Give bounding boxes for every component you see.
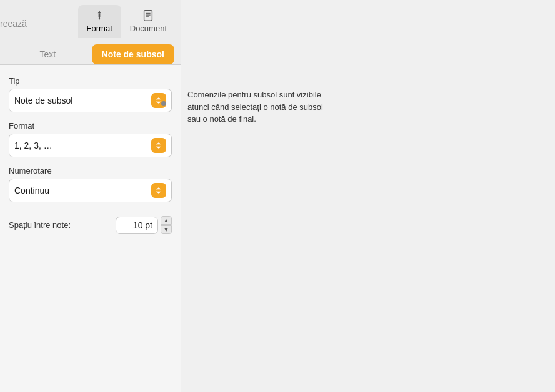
panel: reează Format <box>0 0 181 392</box>
toolbar-top: Format Document <box>0 5 181 38</box>
callout: Comenzile pentru subsol sunt vizibile at… <box>188 89 350 125</box>
content: Tip Note de subsol Format 1, 2, 3, … <box>0 65 181 392</box>
numerotare-label: Numerotare <box>9 166 172 175</box>
format-label: Format <box>9 121 172 130</box>
format-value: 1, 2, 3, … <box>14 140 52 150</box>
svg-rect-1 <box>144 11 152 21</box>
tip-select[interactable]: Note de subsol <box>9 89 172 112</box>
document-toolbar-label: Document <box>130 24 167 33</box>
callout-text: Comenzile pentru subsol sunt vizibile at… <box>188 89 338 125</box>
spacing-label: Spațiu între note: <box>9 220 71 230</box>
spacing-input-wrap: ▲ ▼ <box>116 216 172 234</box>
numerotare-stepper[interactable] <box>151 183 166 198</box>
format-stepper-icon <box>154 141 163 150</box>
format-toolbar-button[interactable]: Format <box>78 5 121 38</box>
callout-line <box>162 104 191 104</box>
svg-rect-0 <box>99 13 101 17</box>
spacing-stepper: ▲ ▼ <box>161 216 172 234</box>
document-icon <box>141 9 155 22</box>
tip-value: Note de subsol <box>14 96 72 105</box>
numerotare-select[interactable]: Continuu <box>9 179 172 202</box>
toolbar: Format Document Text Note de subsol <box>0 0 181 65</box>
numerotare-stepper-icon <box>154 186 163 195</box>
format-icon <box>92 9 106 22</box>
numerotare-field-group: Numerotare Continuu <box>9 166 172 202</box>
format-toolbar-label: Format <box>87 24 112 33</box>
tip-field-group: Tip Note de subsol <box>9 76 172 112</box>
document-toolbar-button[interactable]: Document <box>121 5 176 38</box>
spacing-row: Spațiu între note: ▲ ▼ <box>9 216 172 234</box>
tip-label: Tip <box>9 76 172 86</box>
tab-text[interactable]: Text <box>6 44 89 64</box>
format-stepper[interactable] <box>151 138 166 153</box>
format-select[interactable]: 1, 2, 3, … <box>9 134 172 157</box>
spacing-input[interactable] <box>116 217 158 234</box>
numerotare-value: Continuu <box>14 185 49 195</box>
format-field-group: Format 1, 2, 3, … <box>9 121 172 157</box>
spacing-decrement[interactable]: ▼ <box>161 225 172 234</box>
tab-row: Text Note de subsol <box>0 38 181 64</box>
tab-footnote[interactable]: Note de subsol <box>92 44 175 64</box>
spacing-increment[interactable]: ▲ <box>161 216 172 225</box>
